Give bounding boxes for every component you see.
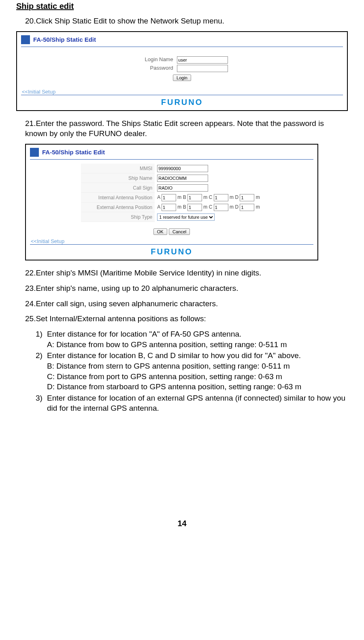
panel-title: FA-50/Ship Static Edit: [33, 36, 96, 43]
substep-number: 2): [36, 350, 47, 392]
substep-1: 1) Enter distance for for location "A" o…: [16, 329, 348, 350]
furuno-logo: FURUNO: [161, 98, 203, 107]
substep-number: 3): [36, 393, 47, 414]
password-label: Password: [136, 65, 173, 71]
ship-name-label: Ship Name: [81, 173, 155, 183]
external-antenna-label: External Antenna Position: [81, 203, 155, 212]
substep-text: Enter distance for for location "A" of F…: [47, 329, 348, 350]
login-name-label: Login Name: [136, 56, 173, 62]
unit-m: m: [230, 204, 234, 210]
pos-a-prefix: A: [157, 194, 160, 200]
internal-b-input[interactable]: [187, 194, 202, 201]
pos-c-prefix: C: [209, 204, 213, 210]
substep-text: Enter distance for location B, C and D s…: [47, 350, 348, 392]
external-d-input[interactable]: [240, 204, 254, 211]
password-input[interactable]: [177, 65, 228, 72]
step-24: 24.Enter call sign, using seven alphanum…: [16, 299, 348, 309]
unit-m: m: [203, 194, 207, 200]
ok-button[interactable]: OK: [153, 228, 167, 235]
call-sign-input[interactable]: [157, 184, 208, 192]
internal-c-input[interactable]: [214, 194, 228, 201]
cancel-button[interactable]: Cancel: [169, 228, 190, 235]
unit-m: m: [177, 194, 181, 200]
external-a-input[interactable]: [162, 204, 176, 211]
internal-a-input[interactable]: [162, 194, 176, 201]
step-20: 20.Click Ship Static Edit to show the Ne…: [16, 16, 348, 26]
substep-3: 3) Enter distance for location of an ext…: [16, 393, 348, 414]
pos-b-prefix: B: [183, 204, 186, 210]
ship-static-edit-panel: FA-50/Ship Static Edit MMSI Ship Name Ca…: [25, 144, 318, 261]
login-name-input[interactable]: [177, 56, 228, 64]
page-number: 14: [16, 519, 348, 528]
internal-antenna-label: Internal Antenna Position: [81, 193, 155, 203]
section-title: Ship static edit: [16, 2, 348, 11]
substep-number: 1): [36, 329, 47, 350]
substep-2: 2) Enter distance for location B, C and …: [16, 350, 348, 392]
step-21: 21.Enter the password. The Ships Static …: [16, 118, 348, 139]
unit-m: m: [256, 204, 260, 210]
external-c-input[interactable]: [214, 204, 228, 211]
step-25: 25.Set Internal/External antenna positio…: [16, 314, 348, 324]
external-b-input[interactable]: [187, 204, 202, 211]
initial-setup-link[interactable]: <<Initial Setup: [22, 89, 343, 95]
mmsi-label: MMSI: [81, 164, 155, 173]
title-block-icon: [30, 148, 39, 157]
pos-d-prefix: D: [235, 194, 238, 200]
step-22: 22.Enter ship's MMSI (Maritime Mobile Se…: [16, 268, 348, 278]
substep-text: Enter distance for location of an extern…: [47, 393, 348, 414]
pos-a-prefix: A: [157, 204, 160, 210]
call-sign-label: Call Sign: [81, 183, 155, 193]
initial-setup-link[interactable]: <<Initial Setup: [31, 238, 313, 244]
ship-type-label: Ship Type: [81, 212, 155, 222]
title-block-icon: [21, 35, 30, 44]
panel-title: FA-50/Ship Static Edit: [42, 149, 105, 156]
unit-m: m: [230, 194, 234, 200]
unit-m: m: [256, 194, 260, 200]
ship-name-input[interactable]: [157, 175, 208, 182]
step-23: 23.Enter ship's name, using up to 20 alp…: [16, 283, 348, 294]
furuno-logo: FURUNO: [151, 247, 193, 256]
pos-d-prefix: D: [235, 204, 238, 210]
pos-c-prefix: C: [209, 194, 213, 200]
mmsi-input[interactable]: [157, 165, 208, 172]
internal-d-input[interactable]: [240, 194, 254, 201]
unit-m: m: [177, 204, 181, 210]
unit-m: m: [203, 204, 207, 210]
login-panel: FA-50/Ship Static Edit Login Name Passwo…: [16, 31, 348, 111]
ship-type-select[interactable]: 1 reserved for future use: [157, 213, 215, 221]
login-button[interactable]: Login: [173, 75, 191, 81]
pos-b-prefix: B: [183, 194, 186, 200]
